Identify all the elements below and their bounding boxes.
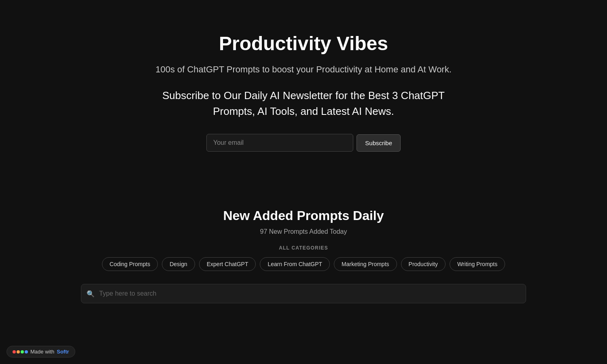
softr-logo: [13, 350, 28, 353]
hero-title: Productivity Vibes: [219, 32, 388, 55]
prompts-count: 97 New Prompts Added Today: [260, 228, 347, 235]
category-tag[interactable]: Expert ChatGPT: [199, 257, 256, 271]
all-categories-label: ALL CATEGORIES: [279, 245, 328, 251]
email-input[interactable]: [206, 134, 353, 152]
prompts-section-title: New Added Prompts Daily: [223, 208, 384, 223]
category-tag[interactable]: Learn From ChatGPT: [260, 257, 330, 271]
category-tag[interactable]: Coding Prompts: [102, 257, 158, 271]
softr-text: Softr: [57, 349, 69, 355]
hero-section: Productivity Vibes 100s of ChatGPT Promp…: [0, 0, 607, 176]
category-tag[interactable]: Marketing Prompts: [334, 257, 397, 271]
hero-subtitle: 100s of ChatGPT Prompts to boost your Pr…: [155, 64, 452, 75]
category-tag[interactable]: Design: [162, 257, 195, 271]
hero-newsletter-text: Subscribe to Our Daily AI Newsletter for…: [142, 88, 465, 119]
categories-row: Coding PromptsDesignExpert ChatGPTLearn …: [102, 257, 505, 271]
prompts-section: New Added Prompts Daily 97 New Prompts A…: [0, 192, 607, 311]
softr-dot-red: [13, 350, 16, 353]
category-tag[interactable]: Writing Prompts: [450, 257, 505, 271]
subscribe-button[interactable]: Subscribe: [357, 134, 401, 152]
softr-dot-blue: [25, 350, 28, 353]
search-input[interactable]: [81, 284, 526, 303]
made-with-text: Made with: [30, 349, 54, 355]
subscribe-form: Subscribe: [206, 134, 401, 152]
category-tag[interactable]: Productivity: [401, 257, 446, 271]
search-container: 🔍: [81, 284, 526, 303]
softr-dot-green: [21, 350, 24, 353]
made-with-badge[interactable]: Made with Softr: [6, 346, 75, 358]
softr-dot-orange: [17, 350, 20, 353]
